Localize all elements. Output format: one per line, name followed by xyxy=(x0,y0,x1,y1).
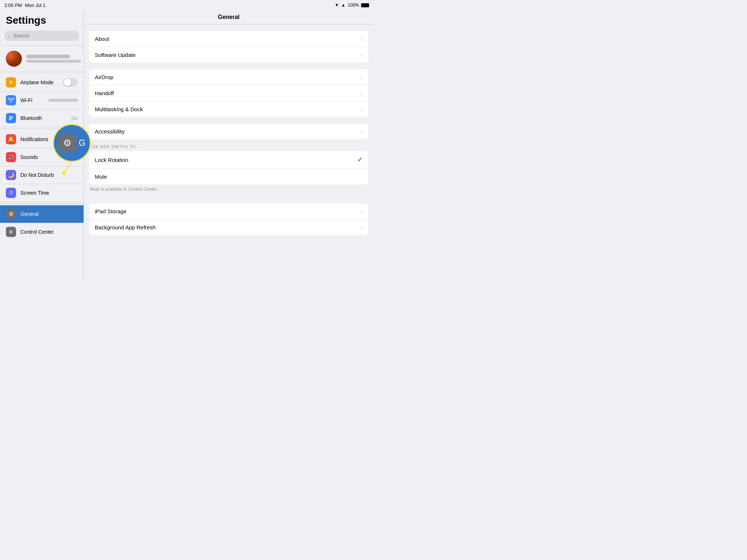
zoom-circle: ⚙ G xyxy=(53,124,91,162)
settings-row-about[interactable]: About › xyxy=(89,31,368,47)
accessibility-chevron: › xyxy=(361,128,363,135)
mute-footer: Mute is available in Control Center. xyxy=(84,184,374,197)
handoff-chevron: › xyxy=(361,90,363,96)
sidebar-item-label-controlcenter: Control Center xyxy=(20,229,78,235)
status-right: ▼ ▲ 100% xyxy=(335,3,369,8)
settings-row-backgroundapprefresh[interactable]: Background App Refresh › xyxy=(89,219,368,235)
search-bar[interactable]: ⌕ xyxy=(4,31,79,41)
profile-text xyxy=(26,55,81,63)
zoom-gear-icon: ⚙ xyxy=(58,134,77,152)
backgroundapprefresh-chevron: › xyxy=(361,224,363,230)
sidebar-item-label-donotdisturb: Do Not Disturb xyxy=(20,172,78,178)
ipadstorage-label: iPad Storage xyxy=(95,208,361,214)
about-label: About xyxy=(95,36,361,42)
settings-group-5: iPad Storage › Background App Refresh › xyxy=(89,203,368,235)
lockrotation-label: Lock Rotation xyxy=(95,157,357,163)
sidebar-divider-profile xyxy=(0,72,84,72)
screentime-icon: ⏱ xyxy=(6,188,16,198)
handoff-label: Handoff xyxy=(95,90,361,96)
bluetooth-icon xyxy=(6,113,16,123)
right-panel: General About › Software Update › AirDro… xyxy=(84,10,374,280)
date: Mon Jul 1 xyxy=(25,3,45,8)
avatar xyxy=(6,51,22,67)
settings-group-4: Lock Rotation ✓ Mute xyxy=(89,151,368,184)
mute-label: Mute xyxy=(95,174,363,180)
ipadstorage-chevron: › xyxy=(361,208,363,214)
sounds-icon: 🔊 xyxy=(6,152,16,162)
backgroundapprefresh-label: Background App Refresh xyxy=(95,224,361,230)
main-layout: Settings ⌕ ✈ Airplane Mode xyxy=(0,10,374,280)
accessibility-label: Accessibility xyxy=(95,128,361,135)
sidebar-divider-top xyxy=(0,45,84,46)
softwareupdate-label: Software Update xyxy=(95,52,361,58)
settings-row-handoff[interactable]: Handoff › xyxy=(89,85,368,101)
toggle-knob xyxy=(64,79,71,86)
about-chevron: › xyxy=(361,36,363,42)
sidebar-title: Settings xyxy=(0,10,84,29)
location-icon: ▲ xyxy=(341,3,345,8)
multitasking-chevron: › xyxy=(361,106,363,112)
settings-group-1: About › Software Update › xyxy=(89,31,368,63)
search-icon: ⌕ xyxy=(8,33,11,39)
airdrop-label: AirDrop xyxy=(95,74,361,80)
wifi-value-blur xyxy=(49,99,78,102)
profile-row[interactable] xyxy=(0,47,84,70)
sidebar-item-airplane[interactable]: ✈ Airplane Mode xyxy=(0,74,84,92)
softwareupdate-chevron: › xyxy=(361,52,363,58)
wifi-icon: ▼ xyxy=(335,3,339,8)
bluetooth-value: On xyxy=(71,116,78,121)
battery-percent: 100% xyxy=(348,3,359,8)
profile-name-blur xyxy=(26,55,70,58)
settings-row-ipadstorage[interactable]: iPad Storage › xyxy=(89,203,368,219)
airplane-toggle[interactable] xyxy=(63,78,78,87)
sidebar-item-label-airplane: Airplane Mode xyxy=(20,79,59,85)
controlcenter-icon: ⊞ xyxy=(6,227,16,237)
zoom-g-letter: G xyxy=(79,138,86,148)
sidebar-item-label-bluetooth: Bluetooth xyxy=(20,115,67,121)
settings-group-2: AirDrop › Handoff › Multitasking & Dock … xyxy=(89,69,368,117)
sidebar-item-label-general: General xyxy=(20,211,78,217)
search-input[interactable] xyxy=(13,33,76,39)
settings-row-accessibility[interactable]: Accessibility › xyxy=(89,124,368,139)
settings-row-multitasking[interactable]: Multitasking & Dock › xyxy=(89,101,368,117)
sidebar-item-screentime[interactable]: ⏱ Screen Time xyxy=(0,184,84,202)
sidebar-item-label-screentime: Screen Time xyxy=(20,190,78,196)
multitasking-label: Multitasking & Dock xyxy=(95,106,361,112)
settings-row-lockrotation[interactable]: Lock Rotation ✓ xyxy=(89,151,368,169)
sidebar-item-general[interactable]: ⚙ General xyxy=(0,205,84,223)
sidebar-item-donotdisturb[interactable]: 🌙 Do Not Disturb xyxy=(0,166,84,184)
settings-row-airdrop[interactable]: AirDrop › xyxy=(89,69,368,85)
notifications-icon: 🔔 xyxy=(6,134,16,144)
panel-header: General xyxy=(84,10,374,24)
sidebar-item-label-wifi: Wi-Fi xyxy=(20,97,44,103)
lockrotation-checkmark: ✓ xyxy=(357,156,363,164)
status-bar: 2:05 PM Mon Jul 1 ▼ ▲ 100% xyxy=(0,0,374,10)
settings-row-mute[interactable]: Mute xyxy=(89,169,368,184)
wifi-icon xyxy=(6,95,16,105)
time: 2:05 PM xyxy=(4,3,22,8)
section-header-side-switch: USE SIDE SWITCH TO: xyxy=(84,139,374,151)
profile-sub-blur xyxy=(26,60,81,63)
sidebar-item-controlcenter[interactable]: ⊞ Control Center xyxy=(0,223,84,241)
panel-title: General xyxy=(218,14,240,20)
general-icon: ⚙ xyxy=(6,209,16,219)
airplane-icon: ✈ xyxy=(6,77,16,88)
settings-group-3: Accessibility › xyxy=(89,124,368,139)
airdrop-chevron: › xyxy=(361,74,363,80)
donotdisturb-icon: 🌙 xyxy=(6,170,16,180)
battery-icon xyxy=(361,3,369,7)
status-left: 2:05 PM Mon Jul 1 xyxy=(4,3,46,8)
sidebar-item-wifi[interactable]: Wi-Fi xyxy=(0,92,84,109)
settings-row-softwareupdate[interactable]: Software Update › xyxy=(89,47,368,63)
sidebar-divider-utilities xyxy=(0,203,84,204)
